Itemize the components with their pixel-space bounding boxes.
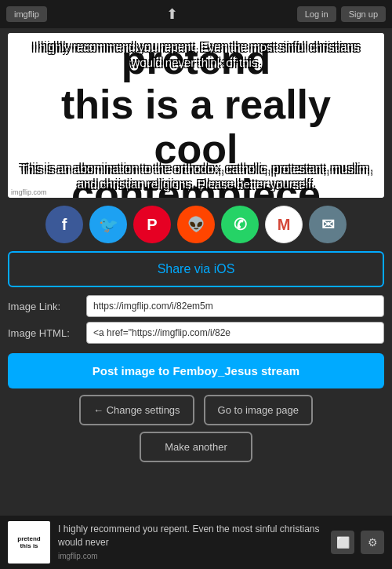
pinterest-share-button[interactable]: P <box>133 206 171 243</box>
image-html-input[interactable] <box>86 322 384 344</box>
imgflip-logo-btn[interactable]: imgflip <box>6 6 47 22</box>
pinterest-icon: P <box>147 216 157 234</box>
image-html-row: Image HTML: <box>8 322 384 344</box>
post-to-stream-button[interactable]: Post image to Femboy_Jesus stream <box>8 353 384 388</box>
gmail-share-button[interactable]: M <box>265 206 303 243</box>
twitter-share-button[interactable]: 🐦 <box>89 206 127 243</box>
go-to-image-button[interactable]: Go to image page <box>204 395 313 425</box>
share-icon: ⬆ <box>166 5 178 23</box>
gmail-icon: M <box>278 216 291 234</box>
whatsapp-share-button[interactable]: ✆ <box>221 206 259 243</box>
reddit-share-button[interactable]: 👽 <box>177 206 215 243</box>
meme-caption-bottom: This is an abomination to the orthodox, … <box>8 161 384 191</box>
whatsapp-icon: ✆ <box>234 215 247 234</box>
meme-image-container: pretendthis is a reallycoolcontemplece I… <box>8 33 384 198</box>
ios-share-wrapper: Share via iOS <box>8 251 384 287</box>
facebook-share-button[interactable]: f <box>45 206 83 243</box>
meme-caption-top: I highly recommend you repent. Even the … <box>8 39 384 70</box>
image-link-input[interactable] <box>86 295 384 317</box>
meme-background: pretendthis is a reallycoolcontemplece I… <box>8 33 384 198</box>
bottom-caption-text: I highly recommend you repent. Even the … <box>58 523 323 562</box>
post-button-wrapper: Post image to Femboy_Jesus stream <box>8 353 384 388</box>
image-link-label: Image Link: <box>8 301 78 312</box>
image-html-label: Image HTML: <box>8 327 78 339</box>
login-button[interactable]: Log in <box>297 6 336 22</box>
bottom-preview-text: pretendthis is <box>17 535 40 549</box>
change-settings-button[interactable]: ← Change settings <box>79 395 194 425</box>
ios-share-button[interactable]: Share via iOS <box>8 251 384 287</box>
email-icon: ✉ <box>321 215 335 234</box>
bottom-preview-bar: pretendthis is I highly recommend you re… <box>0 516 392 569</box>
reddit-icon: 👽 <box>187 216 205 233</box>
signup-button[interactable]: Sign up <box>341 6 386 22</box>
facebook-icon: f <box>62 216 67 234</box>
top-bar: imgflip ⬆ Log in Sign up <box>0 0 392 28</box>
action-buttons-row: ← Change settings Go to image page <box>8 395 384 425</box>
bottom-bar-icons: ⬜ ⚙ <box>331 531 384 554</box>
email-share-button[interactable]: ✉ <box>309 206 347 243</box>
bottom-copy-icon[interactable]: ⬜ <box>331 531 354 554</box>
bottom-settings-icon[interactable]: ⚙ <box>361 531 384 554</box>
make-another-wrapper: Make another <box>8 432 384 462</box>
imgflip-watermark: imgflip.com <box>11 188 47 196</box>
share-buttons-row: f 🐦 P 👽 ✆ M ✉ <box>0 206 392 243</box>
bottom-meme-thumbnail: pretendthis is <box>8 521 50 564</box>
top-bar-left: imgflip <box>6 6 47 22</box>
top-bar-right: Log in Sign up <box>297 6 386 22</box>
twitter-icon: 🐦 <box>99 215 118 234</box>
image-link-row: Image Link: <box>8 295 384 317</box>
make-another-button[interactable]: Make another <box>140 432 252 462</box>
